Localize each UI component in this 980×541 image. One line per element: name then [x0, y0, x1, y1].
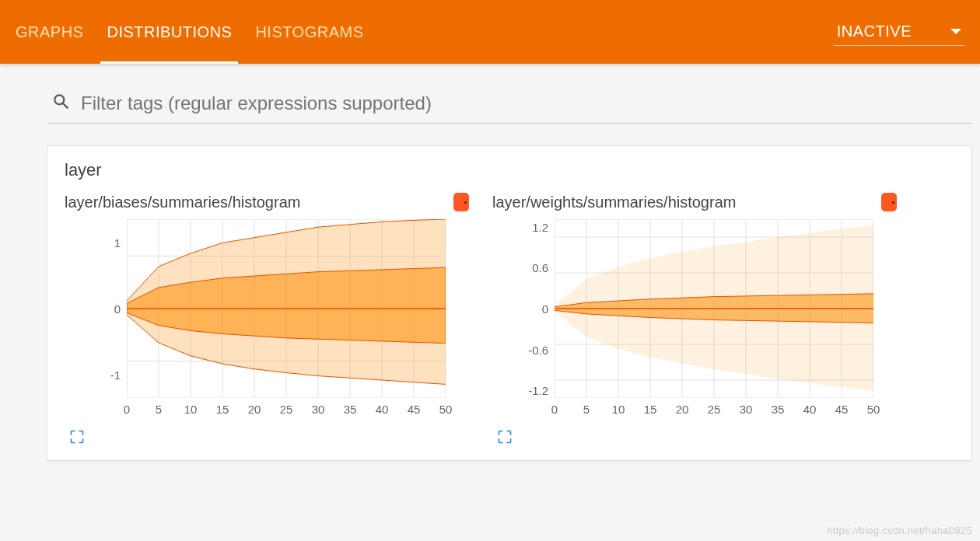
- y-tick: -1.2: [502, 384, 548, 397]
- x-tick: 10: [184, 403, 198, 416]
- tab-distributions[interactable]: DISTRIBUTIONS: [107, 2, 232, 63]
- chevron-down-icon: [950, 29, 961, 34]
- x-tick: 50: [439, 403, 453, 416]
- x-tick: 20: [676, 403, 689, 416]
- y-tick: 1: [74, 236, 121, 250]
- y-tick: 1.2: [502, 221, 548, 234]
- distribution-plot: 1 0 -1 05101520253035404550: [127, 219, 446, 421]
- chart-title: layer/weights/summaries/histogram: [492, 194, 881, 211]
- x-tick: 40: [376, 403, 389, 416]
- x-tick: 40: [803, 403, 817, 416]
- y-tick: 0: [74, 302, 121, 316]
- distribution-plot: 1.2 0.6 0 -0.6 -1.2 05101520253035404550: [555, 219, 873, 421]
- charts-row: layer/biases/summaries/histogram 1 0 -1 …: [65, 193, 954, 421]
- y-tick: -1: [74, 368, 121, 382]
- app-header: GRAPHS DISTRIBUTIONS HISTOGRAMS INACTIVE: [0, 0, 980, 64]
- y-tick: 0.6: [502, 261, 548, 274]
- x-tick: 15: [216, 403, 229, 416]
- x-tick: 30: [740, 403, 753, 416]
- x-tick: 20: [248, 403, 261, 416]
- run-selector-label: INACTIVE: [837, 23, 912, 40]
- filter-bar: [47, 87, 972, 124]
- run-badge[interactable]: [881, 193, 897, 211]
- x-tick: 45: [835, 403, 849, 416]
- run-selector[interactable]: INACTIVE: [834, 18, 964, 46]
- x-tick: 0: [124, 403, 130, 416]
- x-tick: 10: [612, 403, 625, 416]
- x-tick: 15: [644, 403, 657, 416]
- expand-icon[interactable]: [497, 429, 513, 448]
- search-icon: [51, 92, 72, 115]
- x-tick: 45: [408, 403, 421, 416]
- chart-biases: layer/biases/summaries/histogram 1 0 -1 …: [65, 193, 469, 421]
- chart-weights: layer/weights/summaries/histogram 1.2 0.…: [492, 193, 897, 421]
- x-tick: 0: [551, 403, 558, 416]
- y-tick: -0.6: [502, 344, 548, 357]
- run-badge[interactable]: [453, 193, 469, 211]
- filter-input[interactable]: [81, 92, 972, 114]
- nav-tabs: GRAPHS DISTRIBUTIONS HISTOGRAMS: [16, 2, 834, 63]
- x-tick: 25: [708, 403, 721, 416]
- x-tick: 5: [583, 403, 590, 416]
- watermark: https://blog.csdn.net/haha0825: [827, 525, 972, 536]
- tab-graphs[interactable]: GRAPHS: [16, 2, 83, 63]
- tag-group-card: layer layer/biases/summaries/histogram 1…: [47, 145, 972, 461]
- x-tick: 35: [344, 403, 357, 416]
- expand-icon[interactable]: [69, 429, 85, 448]
- tab-histograms[interactable]: HISTOGRAMS: [255, 2, 363, 63]
- x-tick: 35: [772, 403, 785, 416]
- group-title: layer: [65, 160, 954, 180]
- x-tick: 50: [867, 403, 880, 416]
- x-tick: 5: [156, 403, 162, 416]
- x-tick: 25: [280, 403, 293, 416]
- x-tick: 30: [312, 403, 325, 416]
- y-tick: 0: [502, 302, 548, 316]
- chart-title: layer/biases/summaries/histogram: [65, 194, 453, 211]
